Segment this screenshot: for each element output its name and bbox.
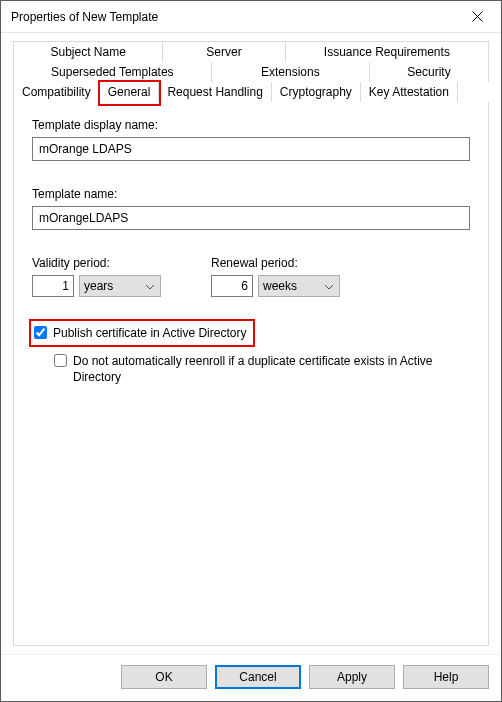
tab-issuance-requirements[interactable]: Issuance Requirements	[285, 41, 489, 62]
dialog-window: Properties of New Template Subject Name …	[0, 0, 502, 702]
window-title: Properties of New Template	[11, 10, 158, 24]
validity-unit-label: years	[84, 279, 113, 293]
highlight-publish-checkbox: Publish certificate in Active Directory	[32, 321, 252, 345]
tab-general-label: General	[108, 85, 151, 99]
titlebar: Properties of New Template	[1, 1, 501, 33]
tab-cryptography[interactable]: Cryptography	[271, 82, 360, 102]
ok-button[interactable]: OK	[121, 665, 207, 689]
renewal-unit-select[interactable]: weeks	[258, 275, 340, 297]
tabs-container: Subject Name Server Issuance Requirement…	[1, 33, 501, 102]
publish-checkbox[interactable]	[34, 326, 47, 339]
apply-button[interactable]: Apply	[309, 665, 395, 689]
tab-security[interactable]: Security	[369, 62, 489, 82]
tab-general[interactable]: General	[99, 82, 159, 102]
cancel-button[interactable]: Cancel	[215, 665, 301, 689]
validity-unit-select[interactable]: years	[79, 275, 161, 297]
no-reenroll-label: Do not automatically reenroll if a dupli…	[73, 353, 470, 385]
tab-extensions[interactable]: Extensions	[211, 62, 369, 82]
validity-value-input[interactable]	[32, 275, 74, 297]
no-reenroll-checkbox[interactable]	[54, 354, 67, 367]
template-name-input[interactable]	[32, 206, 470, 230]
renewal-label: Renewal period:	[211, 256, 340, 270]
tab-key-attestation[interactable]: Key Attestation	[360, 82, 458, 102]
tab-compatibility[interactable]: Compatibility	[13, 82, 99, 102]
tab-server[interactable]: Server	[162, 41, 284, 62]
template-name-label: Template name:	[32, 187, 470, 201]
close-button[interactable]	[457, 2, 497, 32]
button-bar: OK Cancel Apply Help	[1, 654, 501, 701]
chevron-down-icon	[146, 279, 154, 293]
display-name-label: Template display name:	[32, 118, 470, 132]
tab-superseded-templates[interactable]: Superseded Templates	[13, 62, 211, 82]
close-icon	[472, 11, 483, 22]
renewal-unit-label: weeks	[263, 279, 297, 293]
renewal-value-input[interactable]	[211, 275, 253, 297]
tab-subject-name[interactable]: Subject Name	[13, 41, 162, 62]
tab-request-handling[interactable]: Request Handling	[158, 82, 270, 102]
chevron-down-icon	[325, 279, 333, 293]
general-panel: Template display name: Template name: Va…	[13, 102, 489, 646]
help-button[interactable]: Help	[403, 665, 489, 689]
publish-label: Publish certificate in Active Directory	[53, 325, 246, 341]
validity-label: Validity period:	[32, 256, 161, 270]
display-name-input[interactable]	[32, 137, 470, 161]
